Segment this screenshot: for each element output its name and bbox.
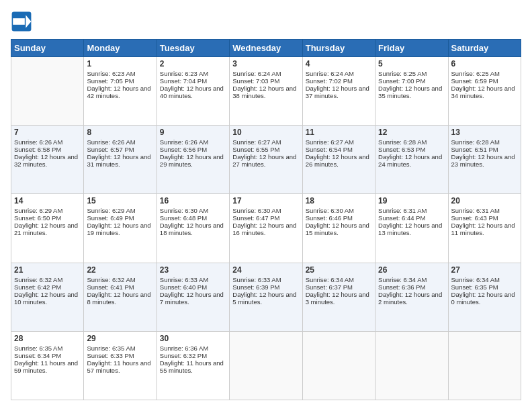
calendar-weekday: Tuesday — [157, 40, 229, 57]
calendar-day-cell: 21Sunrise: 6:32 AMSunset: 6:42 PMDayligh… — [11, 263, 84, 331]
day-info: Daylight: 12 hours and 34 minutes. — [451, 85, 518, 99]
calendar-day-cell: 18Sunrise: 6:30 AMSunset: 6:46 PMDayligh… — [302, 194, 375, 263]
day-info: Daylight: 12 hours and 31 minutes. — [87, 153, 153, 168]
calendar-week-row: 21Sunrise: 6:32 AMSunset: 6:42 PMDayligh… — [11, 263, 521, 331]
calendar-day-cell: 26Sunrise: 6:34 AMSunset: 6:36 PMDayligh… — [375, 263, 448, 331]
calendar-day-cell: 7Sunrise: 6:26 AMSunset: 6:58 PMDaylight… — [11, 126, 84, 194]
day-info: Daylight: 12 hours and 18 minutes. — [160, 222, 226, 236]
day-number: 14 — [14, 196, 81, 205]
day-info: Daylight: 12 hours and 13 minutes. — [378, 222, 445, 236]
day-number: 20 — [451, 196, 518, 205]
day-info: Sunrise: 6:36 AM — [160, 345, 226, 352]
day-info: Daylight: 12 hours and 42 minutes. — [87, 85, 153, 99]
day-info: Sunset: 6:40 PM — [160, 283, 226, 291]
calendar-table: SundayMondayTuesdayWednesdayThursdayFrid… — [11, 39, 521, 400]
day-info: Sunset: 6:33 PM — [87, 352, 153, 359]
day-info: Daylight: 12 hours and 32 minutes. — [14, 153, 81, 168]
calendar-day-cell: 10Sunrise: 6:27 AMSunset: 6:55 PMDayligh… — [230, 126, 302, 194]
calendar-day-cell: 4Sunrise: 6:24 AMSunset: 7:02 PMDaylight… — [302, 57, 375, 126]
day-info: Daylight: 12 hours and 19 minutes. — [87, 222, 153, 236]
day-number: 21 — [14, 265, 81, 275]
day-number: 15 — [87, 196, 153, 205]
day-info: Sunrise: 6:27 AM — [306, 138, 372, 146]
day-info: Sunset: 6:37 PM — [306, 283, 372, 291]
calendar-day-cell: 2Sunrise: 6:23 AMSunset: 7:04 PMDaylight… — [157, 57, 229, 126]
day-number: 3 — [232, 59, 299, 68]
logo — [11, 11, 35, 32]
day-info: Sunset: 6:46 PM — [306, 214, 372, 222]
day-info: Sunset: 6:36 PM — [378, 283, 445, 291]
day-info: Sunset: 6:54 PM — [306, 146, 372, 153]
calendar-weekday: Friday — [375, 40, 448, 57]
calendar-day-cell: 24Sunrise: 6:33 AMSunset: 6:39 PMDayligh… — [230, 263, 302, 331]
calendar-week-row: 7Sunrise: 6:26 AMSunset: 6:58 PMDaylight… — [11, 126, 521, 194]
day-info: Sunrise: 6:28 AM — [378, 138, 445, 146]
logo-icon — [11, 11, 32, 32]
calendar-day-cell: 5Sunrise: 6:25 AMSunset: 7:00 PMDaylight… — [375, 57, 448, 126]
day-info: Sunrise: 6:32 AM — [87, 276, 153, 283]
day-info: Sunrise: 6:26 AM — [14, 138, 81, 146]
calendar-weekday: Sunday — [11, 40, 84, 57]
day-info: Sunrise: 6:27 AM — [232, 138, 299, 146]
day-info: Daylight: 12 hours and 24 minutes. — [378, 153, 445, 168]
calendar-day-cell — [302, 331, 375, 400]
calendar-day-cell: 13Sunrise: 6:28 AMSunset: 6:51 PMDayligh… — [448, 126, 521, 194]
day-info: Sunset: 6:56 PM — [160, 146, 226, 153]
day-number: 10 — [232, 128, 299, 137]
calendar-day-cell: 3Sunrise: 6:24 AMSunset: 7:03 PMDaylight… — [230, 57, 302, 126]
day-info: Sunrise: 6:31 AM — [451, 207, 518, 214]
day-number: 9 — [160, 128, 226, 137]
day-info: Sunset: 6:55 PM — [232, 146, 299, 153]
day-info: Sunset: 7:04 PM — [160, 77, 226, 85]
calendar-day-cell: 29Sunrise: 6:35 AMSunset: 6:33 PMDayligh… — [84, 331, 157, 400]
calendar-day-cell: 27Sunrise: 6:34 AMSunset: 6:35 PMDayligh… — [448, 263, 521, 331]
page: SundayMondayTuesdayWednesdayThursdayFrid… — [0, 0, 532, 411]
day-info: Daylight: 12 hours and 40 minutes. — [160, 85, 226, 99]
day-number: 29 — [87, 334, 153, 343]
day-number: 1 — [87, 59, 153, 68]
day-number: 11 — [306, 128, 372, 137]
calendar-day-cell: 30Sunrise: 6:36 AMSunset: 6:32 PMDayligh… — [157, 331, 229, 400]
day-info: Sunrise: 6:31 AM — [378, 207, 445, 214]
day-info: Daylight: 12 hours and 2 minutes. — [378, 291, 445, 306]
day-info: Sunset: 6:32 PM — [160, 352, 226, 359]
day-info: Sunrise: 6:33 AM — [160, 276, 226, 283]
day-info: Sunrise: 6:34 AM — [451, 276, 518, 283]
day-info: Sunset: 6:44 PM — [378, 214, 445, 222]
day-info: Sunrise: 6:26 AM — [87, 138, 153, 146]
day-info: Daylight: 12 hours and 0 minutes. — [451, 291, 518, 306]
day-info: Daylight: 12 hours and 8 minutes. — [87, 291, 153, 306]
day-info: Sunset: 6:53 PM — [378, 146, 445, 153]
day-info: Sunset: 6:35 PM — [451, 283, 518, 291]
day-info: Daylight: 12 hours and 15 minutes. — [306, 222, 372, 236]
day-number: 8 — [87, 128, 153, 137]
day-info: Sunset: 6:49 PM — [87, 214, 153, 222]
day-info: Daylight: 12 hours and 27 minutes. — [232, 153, 299, 168]
day-info: Sunrise: 6:30 AM — [232, 207, 299, 214]
day-info: Sunrise: 6:35 AM — [87, 345, 153, 352]
calendar-day-cell: 11Sunrise: 6:27 AMSunset: 6:54 PMDayligh… — [302, 126, 375, 194]
day-info: Daylight: 12 hours and 35 minutes. — [378, 85, 445, 99]
day-number: 30 — [160, 334, 226, 343]
day-info: Sunrise: 6:24 AM — [306, 70, 372, 77]
day-info: Sunrise: 6:28 AM — [451, 138, 518, 146]
calendar-day-cell: 14Sunrise: 6:29 AMSunset: 6:50 PMDayligh… — [11, 194, 84, 263]
day-number: 13 — [451, 128, 518, 137]
day-info: Sunset: 6:57 PM — [87, 146, 153, 153]
day-info: Daylight: 11 hours and 59 minutes. — [14, 359, 81, 374]
day-number: 17 — [232, 196, 299, 205]
day-info: Sunrise: 6:29 AM — [87, 207, 153, 214]
day-number: 28 — [14, 334, 81, 343]
day-info: Sunrise: 6:26 AM — [160, 138, 226, 146]
day-number: 24 — [232, 265, 299, 275]
day-info: Sunrise: 6:35 AM — [14, 345, 81, 352]
day-info: Sunset: 6:34 PM — [14, 352, 81, 359]
calendar-day-cell: 17Sunrise: 6:30 AMSunset: 6:47 PMDayligh… — [230, 194, 302, 263]
day-number: 26 — [378, 265, 445, 275]
day-number: 19 — [378, 196, 445, 205]
day-info: Daylight: 12 hours and 38 minutes. — [232, 85, 299, 99]
header — [11, 11, 521, 32]
day-number: 7 — [14, 128, 81, 137]
day-info: Daylight: 12 hours and 37 minutes. — [306, 85, 372, 99]
day-info: Sunrise: 6:25 AM — [451, 70, 518, 77]
